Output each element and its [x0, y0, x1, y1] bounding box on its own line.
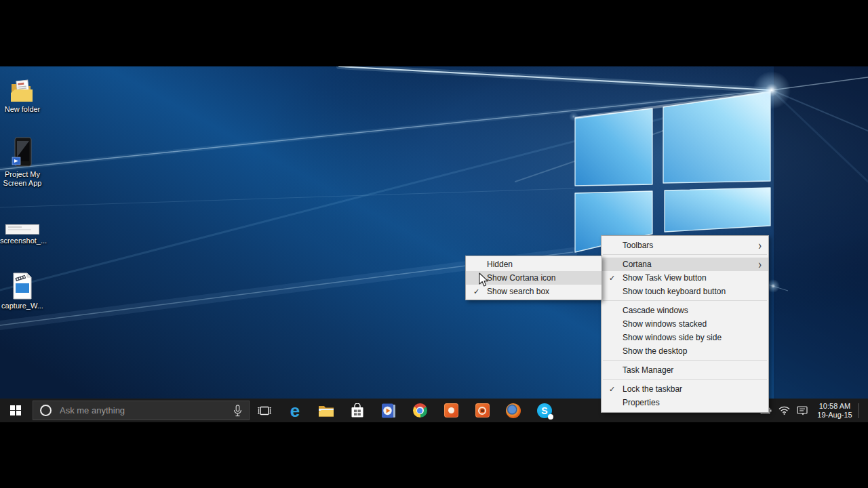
menu-item-label: Show Cortana icon	[487, 273, 601, 283]
menu-item-label: Task Manager	[623, 365, 768, 375]
search-input[interactable]	[58, 405, 233, 416]
taskbar-app-media-player[interactable]	[373, 399, 404, 422]
taskbar-app-firefox[interactable]	[498, 399, 529, 422]
skype-s-glyph: S	[541, 405, 547, 416]
microphone-icon[interactable]	[233, 405, 242, 417]
mouse-cursor	[479, 272, 490, 288]
desktop-icon-label: New folder	[0, 105, 45, 114]
phone-app-icon	[0, 137, 45, 168]
taskbar-app-file-explorer[interactable]	[311, 399, 342, 422]
media-player-icon	[380, 403, 397, 419]
task-view-button[interactable]	[250, 399, 279, 422]
desktop-icon-screenshot[interactable]: screenshot_...	[0, 224, 45, 245]
desktop-icon-label: screenshot_...	[0, 237, 45, 245]
cortana-search-box[interactable]	[33, 401, 250, 420]
letterbox-bottom	[0, 422, 868, 488]
menu-item-show-task-view-button[interactable]: ✓ Show Task View button	[601, 271, 768, 285]
firefox-icon	[506, 403, 521, 418]
skype-status-dot	[548, 414, 553, 420]
clock-time: 10:58 AM	[814, 402, 856, 411]
submenu-item-hidden[interactable]: Hidden	[466, 258, 601, 271]
chrome-icon	[413, 403, 427, 418]
windows-desktop-screen: New folder Project My Screen App	[0, 0, 868, 488]
image-thumbnail-icon	[0, 224, 45, 235]
menu-item-label: Cascade windows	[623, 306, 768, 315]
skype-icon: S	[537, 403, 552, 418]
windows-logo-icon	[10, 405, 21, 416]
menu-item-label: Show search box	[487, 287, 601, 296]
taskbar-app-camera-capture-tool[interactable]	[467, 399, 498, 422]
cortana-icon	[40, 405, 52, 416]
clock-date: 19-Aug-15	[814, 411, 856, 420]
windows-store-icon	[351, 403, 364, 418]
start-button[interactable]	[0, 399, 31, 422]
file-explorer-icon	[318, 404, 334, 417]
taskbar-app-chrome[interactable]	[404, 399, 435, 422]
desktop-icon-label: capture_W...	[0, 302, 45, 310]
edge-icon: e	[290, 403, 300, 418]
taskbar-divider	[859, 403, 859, 418]
menu-item-label: Show touch keyboard button	[623, 287, 768, 296]
menu-item-label: Show windows side by side	[623, 333, 768, 342]
taskbar-context-menu: Toolbars › Cortana › ✓ Show Task View bu…	[601, 235, 769, 413]
menu-item-show-touch-keyboard-button[interactable]: Show touch keyboard button	[601, 285, 768, 298]
video-file-icon	[0, 271, 45, 300]
menu-item-task-manager[interactable]: Task Manager	[601, 363, 768, 377]
menu-item-label: Cortana	[623, 260, 758, 269]
taskbar-app-skype[interactable]: S	[529, 399, 560, 422]
menu-item-label: Lock the taskbar	[623, 384, 768, 394]
menu-item-label: Show Task View button	[623, 273, 768, 283]
taskbar-app-capture-tool[interactable]	[435, 399, 467, 422]
menu-item-show-windows-stacked[interactable]: Show windows stacked	[601, 317, 768, 331]
menu-item-label: Toolbars	[623, 241, 758, 250]
menu-item-label: Show the desktop	[623, 346, 768, 356]
menu-separator	[603, 254, 767, 255]
menu-item-toolbars[interactable]: Toolbars ›	[601, 239, 768, 252]
menu-item-label: Show windows stacked	[623, 319, 768, 329]
taskbar-app-edge[interactable]: e	[279, 399, 311, 422]
submenu-arrow-icon: ›	[758, 258, 762, 271]
desktop-icon-label: Project My Screen App	[0, 170, 45, 188]
menu-separator	[603, 360, 767, 361]
folder-icon	[0, 70, 45, 103]
capture-tool-icon	[444, 403, 458, 418]
menu-item-cortana[interactable]: Cortana ›	[601, 258, 768, 271]
menu-item-label: Properties	[623, 398, 768, 407]
desktop-icon-capture-video[interactable]: capture_W...	[0, 271, 45, 310]
submenu-arrow-icon: ›	[758, 239, 762, 252]
letterbox-top	[0, 0, 868, 66]
menu-item-show-the-desktop[interactable]: Show the desktop	[601, 344, 768, 358]
desktop-icon-project-my-screen[interactable]: Project My Screen App	[0, 137, 45, 188]
task-view-icon	[257, 405, 272, 416]
camera-capture-icon	[475, 403, 490, 418]
checkmark-icon: ✓	[601, 385, 623, 394]
menu-separator	[603, 300, 767, 301]
show-desktop-button[interactable]	[861, 399, 868, 422]
checkmark-icon: ✓	[601, 274, 623, 283]
menu-item-show-windows-side-by-side[interactable]: Show windows side by side	[601, 331, 768, 344]
menu-separator	[603, 379, 767, 380]
checkmark-icon: ✓	[466, 287, 487, 296]
desktop-icon-new-folder[interactable]: New folder	[0, 70, 45, 114]
taskbar-clock[interactable]: 10:58 AM 19-Aug-15	[814, 402, 856, 420]
menu-item-label: Hidden	[487, 260, 601, 269]
taskbar-app-store[interactable]	[342, 399, 373, 422]
action-center-icon[interactable]	[797, 406, 808, 415]
menu-item-properties[interactable]: Properties	[601, 396, 768, 409]
menu-item-cascade-windows[interactable]: Cascade windows	[601, 304, 768, 317]
menu-item-lock-the-taskbar[interactable]: ✓ Lock the taskbar	[601, 382, 768, 396]
wifi-icon[interactable]	[778, 406, 790, 415]
